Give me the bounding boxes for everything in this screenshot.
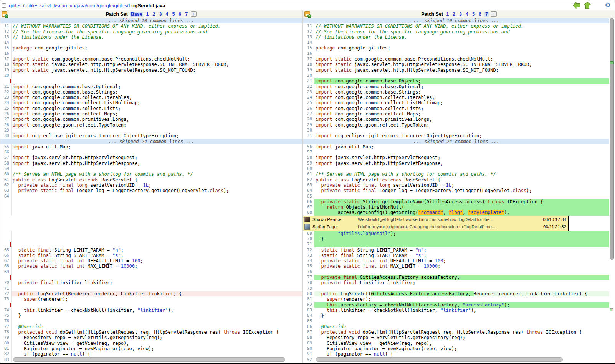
line-number[interactable]: 67 [303, 204, 314, 210]
line-number[interactable]: 82 [303, 302, 314, 308]
patchset-option-base[interactable]: Base [130, 12, 143, 17]
line-number[interactable]: 26 [303, 106, 314, 111]
line-number[interactable]: 25 [303, 100, 314, 105]
line-number[interactable]: 18 [0, 62, 12, 67]
patchset-option-4[interactable]: 4 [465, 12, 469, 17]
line-number[interactable]: 20 [303, 73, 314, 78]
line-number[interactable]: 55 [0, 144, 12, 150]
line-number[interactable]: 61 [303, 171, 314, 177]
line-number[interactable]: 78 [303, 280, 314, 285]
line-number[interactable]: 84 [303, 313, 314, 318]
line-number[interactable]: 19 [0, 68, 12, 73]
patchset-option-1[interactable]: 1 [445, 12, 450, 17]
line-number[interactable]: 22 [0, 89, 12, 95]
patchset-option-2[interactable]: 2 [452, 12, 456, 17]
line-number[interactable]: 74 [0, 308, 12, 313]
line-number[interactable]: 59 [303, 161, 314, 166]
line-number[interactable]: 62 [303, 177, 314, 183]
line-number[interactable]: 18 [303, 62, 314, 67]
line-number[interactable]: 70 [0, 280, 12, 285]
line-number[interactable]: 16 [0, 51, 12, 56]
line-number[interactable]: 13 [0, 35, 12, 40]
patchset-option-3[interactable]: 3 [159, 12, 163, 17]
breadcrumb-path-link[interactable]: gitiles-servlet/src/main/java/com/google… [26, 3, 128, 8]
line-number[interactable]: 24 [0, 100, 12, 105]
line-number[interactable]: 25 [0, 106, 12, 111]
line-number[interactable]: 56 [0, 150, 12, 155]
line-number[interactable]: 76 [0, 318, 12, 324]
line-number[interactable]: 68 [0, 264, 12, 269]
patchset-option-5[interactable]: 5 [171, 12, 175, 17]
line-number[interactable]: 82 [0, 351, 12, 357]
line-number[interactable]: 58 [303, 155, 314, 160]
line-number[interactable]: 29 [303, 122, 314, 128]
line-number[interactable]: 71 [303, 242, 314, 247]
preferences-gear-icon[interactable]: ⚙ [605, 2, 611, 9]
patchset-option-7[interactable]: 7 [484, 12, 489, 17]
line-number[interactable]: 57 [0, 155, 12, 160]
line-number[interactable]: 19 [303, 68, 314, 73]
h-scrollbar-thumb[interactable] [316, 357, 563, 362]
line-number[interactable]: 69 [0, 269, 12, 275]
line-number[interactable]: 16 [303, 51, 314, 56]
line-number[interactable]: 73 [0, 296, 12, 302]
line-number[interactable]: 68 [303, 210, 314, 215]
line-number[interactable]: 17 [0, 56, 12, 62]
line-number[interactable]: 13 [303, 35, 314, 40]
download-icon[interactable]: ↓ [491, 11, 497, 17]
line-number[interactable]: 63 [303, 183, 314, 188]
line-number[interactable]: 69 [303, 231, 314, 236]
patchset-option-3[interactable]: 3 [458, 12, 463, 17]
line-number[interactable]: 59 [0, 166, 12, 171]
line-number[interactable]: 17 [303, 56, 314, 62]
line-number[interactable]: 81 [0, 346, 12, 351]
line-number[interactable]: 60 [303, 166, 314, 171]
line-number[interactable]: 88 [303, 335, 314, 340]
line-number[interactable]: 20 [0, 73, 12, 78]
line-number[interactable]: 15 [303, 45, 314, 51]
line-number[interactable]: 81 [303, 296, 314, 302]
line-number[interactable]: 24 [303, 95, 314, 100]
skipped-lines-banner[interactable]: ... skipped 10 common lines ... [303, 18, 609, 23]
line-number[interactable]: 83 [303, 308, 314, 313]
previous-file-icon[interactable] [573, 2, 580, 9]
line-number[interactable]: 75 [0, 313, 12, 318]
breadcrumb-project-link[interactable]: gitiles [9, 3, 21, 8]
line-number[interactable]: 89 [303, 341, 314, 346]
line-number[interactable]: 31 [303, 133, 314, 138]
line-number[interactable]: 74 [303, 258, 314, 264]
patchset-option-1[interactable]: 1 [145, 12, 150, 17]
line-number[interactable]: 73 [303, 253, 314, 258]
add-file-comment-icon[interactable]: + [2, 11, 7, 17]
line-number[interactable]: 11 [0, 23, 12, 29]
line-number[interactable]: 63 [0, 188, 12, 193]
comment-row[interactable]: Stefan ZagerI defer to your judgement. C… [303, 223, 568, 231]
comment-row[interactable]: Shawn PearceWe should get logDetail work… [303, 216, 568, 223]
line-number[interactable]: 56 [303, 144, 314, 150]
line-number[interactable]: 67 [0, 258, 12, 264]
line-number[interactable]: 12 [0, 29, 12, 35]
line-number[interactable]: 85 [303, 318, 314, 324]
line-number[interactable]: 79 [303, 286, 314, 291]
line-number[interactable]: 70 [303, 236, 314, 242]
line-number[interactable]: 60 [0, 171, 12, 177]
up-to-change-icon[interactable] [584, 2, 591, 9]
line-number[interactable]: 62 [0, 183, 12, 188]
line-number[interactable]: 30 [0, 133, 12, 138]
line-number[interactable]: 76 [303, 269, 314, 275]
line-number[interactable]: 14 [303, 40, 314, 45]
line-number[interactable]: 58 [0, 161, 12, 166]
line-number[interactable]: 75 [303, 264, 314, 269]
line-number[interactable]: 23 [303, 89, 314, 95]
skipped-lines-banner[interactable]: ... skipped 24 common lines ... [0, 139, 302, 144]
patchset-option-5[interactable]: 5 [471, 12, 476, 17]
skipped-lines-banner[interactable]: ... skipped 10 common lines ... [0, 18, 302, 23]
line-number[interactable]: 66 [303, 199, 314, 204]
v-scrollbar-thumb[interactable] [610, 18, 614, 260]
line-number[interactable]: 91 [303, 351, 314, 357]
line-number[interactable]: 21 [303, 78, 314, 84]
add-file-comment-icon[interactable]: + [304, 11, 310, 17]
line-number[interactable]: 90 [303, 346, 314, 351]
line-number[interactable]: 71 [0, 286, 12, 291]
line-number[interactable]: 21 [0, 84, 12, 89]
